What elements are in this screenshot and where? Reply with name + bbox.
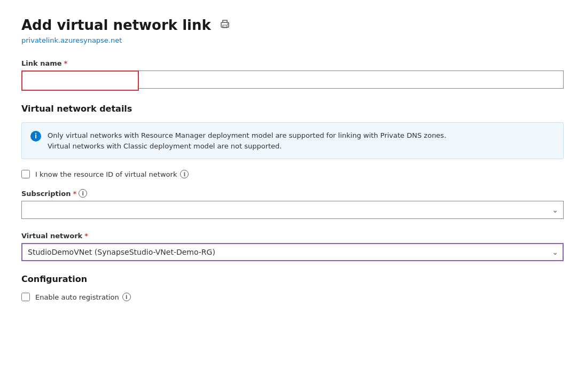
link-name-input-row bbox=[21, 70, 564, 91]
subscription-section: Subscription * i ⌄ bbox=[21, 189, 564, 219]
resource-id-checkbox-row: I know the resource ID of virtual networ… bbox=[21, 170, 564, 178]
svg-point-2 bbox=[227, 23, 228, 25]
info-banner-text: Only virtual networks with Resource Mana… bbox=[48, 130, 446, 151]
configuration-heading: Configuration bbox=[21, 274, 564, 284]
link-name-section: Link name * bbox=[21, 59, 564, 91]
link-name-input[interactable] bbox=[22, 72, 138, 90]
subscription-required-star: * bbox=[73, 190, 76, 198]
link-name-required-star: * bbox=[64, 59, 68, 67]
print-icon[interactable] bbox=[220, 19, 230, 32]
breadcrumb-link[interactable]: privatelink.azuresynapse.net bbox=[21, 36, 564, 44]
auto-registration-info-icon[interactable]: i bbox=[122, 293, 131, 301]
info-banner-icon: i bbox=[30, 131, 41, 142]
virtual-network-label: Virtual network * bbox=[21, 232, 564, 240]
virtual-network-dropdown[interactable]: StudioDemoVNet (SynapseStudio-VNet-Demo-… bbox=[21, 243, 564, 261]
link-name-input-rest[interactable] bbox=[139, 70, 564, 89]
info-banner: i Only virtual networks with Resource Ma… bbox=[21, 122, 564, 159]
virtual-network-required-star: * bbox=[84, 232, 88, 240]
link-name-label: Link name * bbox=[21, 59, 564, 67]
virtual-network-details-heading: Virtual network details bbox=[21, 104, 564, 114]
resource-id-checkbox-label[interactable]: I know the resource ID of virtual networ… bbox=[35, 170, 189, 178]
subscription-info-icon[interactable]: i bbox=[79, 189, 87, 198]
subscription-dropdown-wrapper: ⌄ bbox=[21, 201, 564, 219]
auto-registration-checkbox[interactable] bbox=[21, 293, 30, 301]
auto-registration-label[interactable]: Enable auto registration i bbox=[35, 293, 131, 301]
page-header: Add virtual network link bbox=[21, 17, 564, 33]
virtual-network-section: Virtual network * StudioDemoVNet (Synaps… bbox=[21, 232, 564, 261]
link-name-error-wrapper bbox=[21, 70, 139, 91]
resource-id-info-icon[interactable]: i bbox=[180, 170, 189, 178]
configuration-section: Configuration Enable auto registration i bbox=[21, 274, 564, 301]
virtual-network-dropdown-wrapper: StudioDemoVNet (SynapseStudio-VNet-Demo-… bbox=[21, 243, 564, 261]
subscription-dropdown[interactable] bbox=[21, 201, 564, 219]
resource-id-checkbox[interactable] bbox=[21, 170, 30, 178]
auto-registration-checkbox-row: Enable auto registration i bbox=[21, 293, 564, 301]
subscription-label: Subscription * i bbox=[21, 189, 564, 198]
page-title: Add virtual network link bbox=[21, 17, 211, 33]
page-container: Add virtual network link privatelink.azu… bbox=[21, 17, 564, 301]
